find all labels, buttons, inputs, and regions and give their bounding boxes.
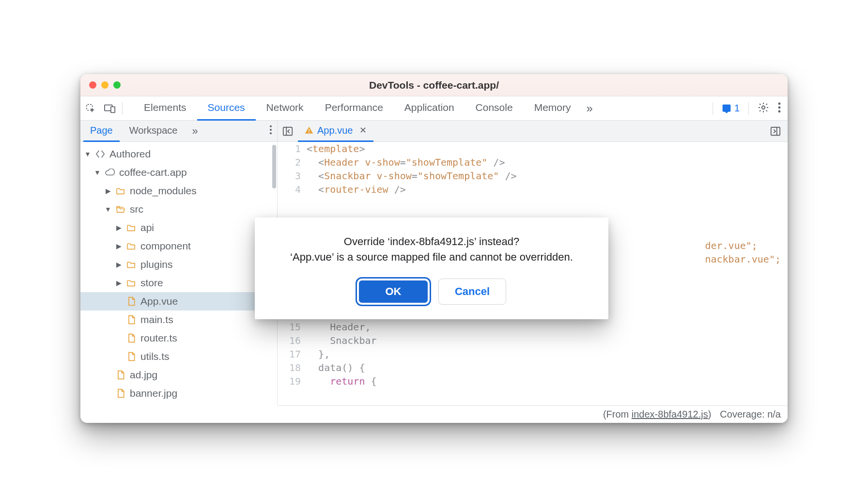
file-tree: ▼ Authored ▼ coffee-cart.app ▶ [80,142,278,405]
code-brackets-icon [95,150,106,158]
minimize-window-icon[interactable] [101,81,108,89]
close-window-icon[interactable] [89,81,96,89]
inspect-element-icon[interactable] [83,101,98,116]
more-navigator-tabs-icon[interactable]: » [187,125,202,138]
gutter-ln: 1 [279,142,307,155]
code-line: <Header v-show="showTemplate" /> [307,155,505,169]
code-line: Snackbar [307,334,377,347]
tree-file-app-vue[interactable]: ▶ App.vue [80,292,277,311]
editor-tabs: App.vue ✕ [278,121,788,141]
tree-file-banner-jpg[interactable]: ▶ banner.jpg [80,384,277,403]
code-peek: nackbar.vue"; [705,252,781,266]
gutter-ln: 17 [279,347,307,361]
status-bar: (From index-8bfa4912.js) Coverage: n/a [278,405,788,423]
toggle-debugger-icon[interactable] [768,124,783,139]
tab-console[interactable]: Console [465,96,524,121]
tab-network[interactable]: Network [256,96,314,121]
tab-elements[interactable]: Elements [133,96,197,121]
svg-point-3 [762,106,765,109]
tab-application[interactable]: Application [394,96,465,121]
tree-label: Authored [109,148,151,160]
divider [713,102,713,115]
folder-icon [126,279,137,287]
file-tab-app-vue[interactable]: App.vue ✕ [298,121,373,142]
tree-file-router-ts[interactable]: ▶ router.ts [80,329,277,347]
ok-button[interactable]: OK [357,279,430,305]
tree-folder-api[interactable]: ▶ api [80,218,277,237]
tab-sources[interactable]: Sources [197,96,256,121]
navigator-kebab-icon[interactable] [269,125,272,137]
code-line: Header, [307,320,371,334]
code-peek: der.vue"; [705,239,781,252]
sourcemap-link[interactable]: index-8bfa4912.js [632,409,708,419]
tree-label: api [140,222,154,233]
divider [748,102,749,115]
cloud-icon [105,169,115,176]
tree-file-main-ts[interactable]: ▶ main.ts [80,311,277,329]
svg-point-9 [270,132,272,134]
file-icon [115,388,126,398]
code-line: data() { [307,361,365,374]
tree-label: coffee-cart.app [119,167,187,178]
gutter-ln: 4 [279,183,307,196]
tree-folder-component[interactable]: ▶ component [80,237,277,255]
cancel-button[interactable]: Cancel [438,279,506,305]
file-icon [126,352,137,361]
tree-origin[interactable]: ▼ coffee-cart.app [80,163,277,182]
kebab-menu-icon[interactable] [778,102,781,115]
toggle-navigator-icon[interactable] [280,124,295,139]
gutter-ln: 16 [279,334,307,347]
code-line: <template> [307,142,365,155]
scrollbar-thumb[interactable] [272,145,276,188]
window-title: DevTools - coffee-cart.app/ [80,79,788,91]
settings-icon[interactable] [758,102,769,115]
tree-label: App.vue [140,295,178,307]
issues-count: 1 [734,103,740,114]
sourcemap-from: (From index-8bfa4912.js) [603,409,711,420]
dialog-line-2: ‘App.vue’ is a source mapped file and ca… [268,249,595,265]
svg-rect-2 [111,107,115,112]
tree-folder-node-modules[interactable]: ▶ node_modules [80,182,277,200]
navigator-tab-workspace[interactable]: Workspace [123,121,185,142]
navigator-tab-page[interactable]: Page [83,121,120,142]
tree-root-authored[interactable]: ▼ Authored [80,145,277,163]
svg-point-8 [270,129,272,131]
tree-label: main.ts [140,314,173,326]
tab-memory[interactable]: Memory [524,96,582,121]
code-line: <Snackbar v-show="showTemplate" /> [307,169,517,183]
more-tabs-icon[interactable]: » [581,102,597,115]
tree-folder-plugins[interactable]: ▶ plugins [80,255,277,274]
svg-point-7 [270,125,272,127]
tree-label: store [140,277,163,289]
folder-open-icon [115,205,126,213]
tab-performance[interactable]: Performance [314,96,394,121]
tree-label: component [140,240,191,252]
file-icon [115,370,126,380]
tree-label: node_modules [130,185,197,197]
svg-point-4 [778,102,781,105]
tree-file-utils-ts[interactable]: ▶ utils.ts [80,347,277,366]
tree-folder-src[interactable]: ▼ src [80,200,277,218]
tree-label: banner.jpg [130,388,177,399]
file-tab-label: App.vue [317,125,353,136]
svg-point-5 [778,106,781,109]
tree-file-ad-jpg[interactable]: ▶ ad.jpg [80,366,277,384]
maximize-window-icon[interactable] [113,81,121,89]
tree-label: utils.ts [140,351,170,362]
close-file-tab-icon[interactable]: ✕ [359,125,367,136]
device-toolbar-icon[interactable] [103,101,117,116]
file-icon [126,333,137,343]
coverage-status: Coverage: n/a [720,409,781,420]
tree-label: router.ts [140,332,177,344]
navigator-tabs: Page Workspace » [80,121,278,141]
toolbar-right: 1 [713,102,781,115]
issues-button[interactable]: 1 [722,103,740,114]
tree-label: plugins [140,259,173,270]
tree-label: ad.jpg [130,369,157,381]
tree-folder-store[interactable]: ▶ store [80,274,277,292]
code-line: }, [307,347,330,361]
gutter-ln: 15 [279,320,307,334]
svg-rect-12 [309,129,310,132]
svg-point-6 [778,110,781,112]
dialog-line-1: Override ‘index-8bfa4912.js’ instead? [268,234,595,249]
